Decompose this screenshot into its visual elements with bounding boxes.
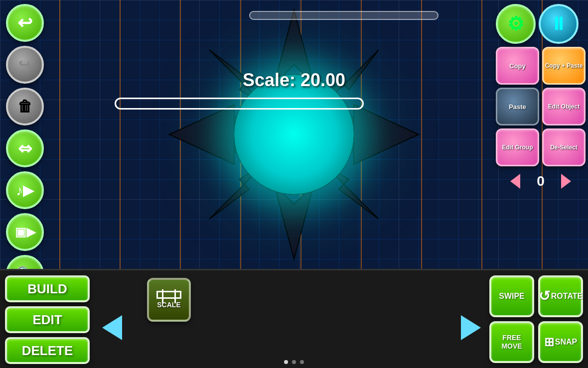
trash-icon: 🗑 <box>17 98 32 115</box>
svg-marker-12 <box>561 174 571 189</box>
deselect-button[interactable]: De-Select <box>542 128 586 166</box>
music-play-button[interactable]: ♪▶ <box>6 171 44 209</box>
rotate-icon: ↺ <box>539 288 550 305</box>
progress-bar <box>249 11 439 20</box>
cyan-orb <box>234 75 354 194</box>
copy-paste-label: Copy + Paste <box>545 62 583 69</box>
page-dot-1[interactable] <box>284 360 288 364</box>
copy-row: Copy Copy + Paste <box>496 47 586 85</box>
progress-bar-background <box>249 11 439 20</box>
square-icon: ▣▶ <box>15 225 35 239</box>
gear-icon: ⚙ <box>507 13 524 35</box>
nav-row: 0 <box>505 171 576 191</box>
edit-group-label: Edit Group <box>502 144 533 151</box>
settings-button[interactable]: ⚙ <box>496 4 536 44</box>
bottom-nav-right-button[interactable] <box>456 313 486 345</box>
zoom-in-button[interactable]: 🔍 <box>6 255 44 269</box>
page-indicators <box>284 360 304 364</box>
rotate-label: ROTATE <box>551 291 583 301</box>
redo-button[interactable]: ↪ <box>6 46 44 84</box>
edit-object-label: Edit Object <box>548 103 580 110</box>
paste-row: Paste Edit Object <box>496 88 586 125</box>
delete-mode-button[interactable]: DELETE <box>5 337 90 364</box>
scale-label: Scale: 20.00 <box>243 70 345 91</box>
svg-marker-13 <box>102 315 122 340</box>
undo-icon: ↩ <box>17 12 32 33</box>
right-sidebar: ⚙ ⏸ Copy Copy + Paste Paste Edit Object <box>493 0 588 269</box>
redo-icon: ↪ <box>18 55 32 74</box>
scale-tool-label: SCALE <box>157 301 180 309</box>
snap-grid-icon: ⊞ <box>544 335 554 350</box>
game-canvas: Scale: 20.00 ↩ ↪ 🗑 ⇔ ♪▶ ▣▶ <box>0 0 588 269</box>
bottom-panel: BUILD EDIT DELETE SCALE SWIPE ↺ ROTATE F… <box>0 269 588 368</box>
flip-button[interactable]: ⇔ <box>6 129 44 167</box>
pause-button[interactable]: ⏸ <box>539 4 579 44</box>
scale-bar-background <box>115 98 364 110</box>
snap-label: SNAP <box>555 337 577 347</box>
paste-label: Paste <box>509 103 526 111</box>
music-icon: ♪▶ <box>16 182 34 199</box>
trash-button[interactable]: 🗑 <box>6 88 44 125</box>
copy-label: Copy <box>509 62 526 70</box>
paste-button[interactable]: Paste <box>496 88 539 125</box>
scale-tool-button[interactable]: SCALE <box>147 278 191 322</box>
svg-marker-11 <box>510 174 520 189</box>
zoom-in-icon: 🔍 <box>16 265 34 269</box>
top-tool-row: ⚙ ⏸ <box>496 4 586 44</box>
right-tools: SWIPE ↺ ROTATE FREE MOVE ⊞ SNAP <box>489 275 583 363</box>
bottom-nav-left-button[interactable] <box>97 313 127 345</box>
mode-buttons: BUILD EDIT DELETE <box>5 275 90 364</box>
svg-marker-8 <box>169 105 234 164</box>
svg-marker-1 <box>274 184 314 259</box>
snap-tool-button[interactable]: ⊞ SNAP <box>538 321 583 363</box>
page-dot-3[interactable] <box>300 360 304 364</box>
left-sidebar: ↩ ↪ 🗑 ⇔ ♪▶ ▣▶ 🔍 🔎 <box>0 0 50 269</box>
nav-right-button[interactable] <box>556 171 576 191</box>
edit-mode-button[interactable]: EDIT <box>5 306 90 333</box>
swipe-button[interactable]: SWIPE <box>489 275 534 317</box>
free-move-button[interactable]: FREE MOVE <box>489 321 534 363</box>
rotate-button[interactable]: ↺ ROTATE <box>538 275 583 317</box>
pause-icon: ⏸ <box>550 13 568 34</box>
undo-button[interactable]: ↩ <box>6 4 44 42</box>
nav-counter: 0 <box>533 173 548 189</box>
edit-object-button[interactable]: Edit Object <box>542 88 586 125</box>
copy-button[interactable]: Copy <box>496 47 539 85</box>
build-mode-button[interactable]: BUILD <box>5 275 90 302</box>
scale-icon <box>156 291 181 299</box>
page-dot-2[interactable] <box>292 360 296 364</box>
scale-bar[interactable] <box>115 98 364 110</box>
nav-left-button[interactable] <box>505 171 525 191</box>
svg-marker-14 <box>461 315 481 340</box>
svg-marker-9 <box>354 105 419 164</box>
flip-icon: ⇔ <box>18 138 32 158</box>
deselect-label: De-Select <box>550 144 578 151</box>
group-row: Edit Group De-Select <box>496 128 586 166</box>
copy-paste-button[interactable]: Copy + Paste <box>542 47 586 85</box>
edit-group-button[interactable]: Edit Group <box>496 128 539 166</box>
snap-button[interactable]: ▣▶ <box>6 213 44 251</box>
